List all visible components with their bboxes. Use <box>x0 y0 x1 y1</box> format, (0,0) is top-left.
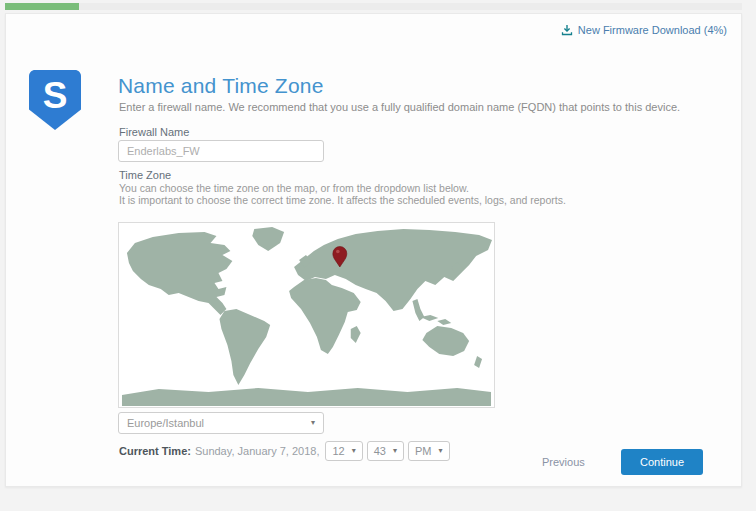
minute-select-value: 43 <box>374 445 386 457</box>
chevron-down-icon: ▾ <box>311 419 315 427</box>
previous-button[interactable]: Previous <box>542 456 585 468</box>
chevron-down-icon: ▾ <box>393 447 397 455</box>
timezone-world-map[interactable] <box>118 222 495 408</box>
madagascar <box>351 326 361 343</box>
firmware-download-link[interactable]: New Firmware Download (4%) <box>561 24 727 36</box>
timezone-select-value: Europe/Istanbul <box>127 417 204 429</box>
firewall-name-label: Firewall Name <box>119 126 189 138</box>
indonesia-east <box>437 319 451 325</box>
hour-select-value: 12 <box>332 445 344 457</box>
setup-wizard-screen: New Firmware Download (4%) S Name and Ti… <box>0 0 756 511</box>
timezone-select[interactable]: Europe/Istanbul ▾ <box>118 412 324 434</box>
current-time-label: Current Time: <box>119 445 191 457</box>
sophos-shield-icon: S <box>29 70 81 130</box>
wizard-progress-bar <box>5 3 742 10</box>
africa <box>289 278 361 354</box>
antarctica <box>122 388 491 406</box>
svg-text:S: S <box>43 75 68 116</box>
timezone-description-line1: You can choose the time zone on the map,… <box>119 182 469 194</box>
timezone-description-line2: It is important to choose the correct ti… <box>119 194 566 206</box>
south-america <box>219 309 270 385</box>
download-icon <box>561 24 573 36</box>
firmware-download-label: New Firmware Download (4%) <box>578 24 727 36</box>
minute-select[interactable]: 43 ▾ <box>367 441 404 461</box>
timezone-label: Time Zone <box>119 169 171 181</box>
continue-button[interactable]: Continue <box>621 449 703 475</box>
chevron-down-icon: ▾ <box>439 447 443 455</box>
page-title: Name and Time Zone <box>118 74 324 98</box>
wizard-card: New Firmware Download (4%) S Name and Ti… <box>5 13 742 487</box>
wizard-progress-fill <box>5 3 79 10</box>
hour-select[interactable]: 12 ▾ <box>325 441 362 461</box>
meridiem-select[interactable]: PM ▾ <box>408 441 450 461</box>
north-america <box>127 232 232 315</box>
meridiem-select-value: PM <box>415 445 432 457</box>
new-zealand <box>474 356 482 368</box>
australia <box>422 326 469 356</box>
world-map-image <box>119 223 494 407</box>
sophos-logo: S <box>29 70 81 130</box>
page-subtitle: Enter a firewall name. We recommend that… <box>119 101 680 113</box>
current-time-row: Current Time: Sunday, January 7, 2018, 1… <box>119 441 450 461</box>
chevron-down-icon: ▾ <box>352 447 356 455</box>
firewall-name-input[interactable] <box>118 140 324 162</box>
current-time-date: Sunday, January 7, 2018, <box>195 445 320 457</box>
greenland <box>252 227 284 251</box>
